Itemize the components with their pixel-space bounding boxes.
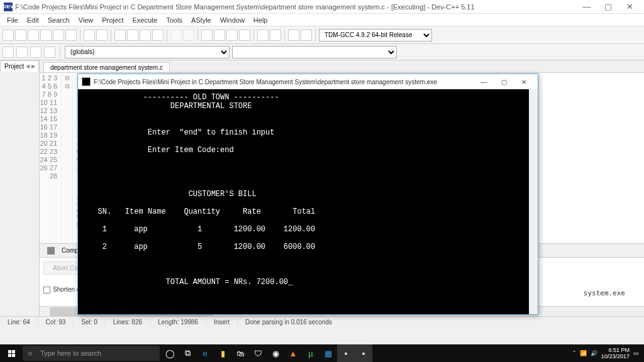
console-title-bar[interactable]: F:\Code Projects Files\Mini Project in C… xyxy=(78,74,538,89)
compiler-icon xyxy=(47,247,55,255)
menu-view[interactable]: View xyxy=(74,15,98,25)
status-col: Col: 93 xyxy=(38,319,74,326)
bookmark-icon[interactable] xyxy=(30,47,42,58)
file-tabs: department store management system.c xyxy=(40,60,644,73)
menu-astyle[interactable]: AStyle xyxy=(187,15,216,25)
fold-gutter[interactable]: ⊟ ⊟ xyxy=(62,73,73,243)
close-file-icon[interactable] xyxy=(53,30,64,41)
console-maximize-button[interactable]: ▢ xyxy=(494,75,514,88)
status-sel: Sel: 0 xyxy=(74,319,106,326)
forward-icon[interactable] xyxy=(183,30,194,41)
menu-file[interactable]: File xyxy=(3,15,23,25)
console-output[interactable]: ---------- OLD TOWN ---------- DEPARTMEN… xyxy=(78,89,538,314)
menu-project[interactable]: Project xyxy=(97,15,128,25)
checkbox-icon[interactable] xyxy=(43,287,50,293)
find-next-icon[interactable] xyxy=(140,30,151,41)
toolbar-secondary: (globals) xyxy=(0,44,644,60)
print-icon[interactable] xyxy=(65,30,77,41)
find-icon[interactable] xyxy=(114,30,126,41)
utorrent-icon[interactable]: µ xyxy=(302,344,319,362)
new-proj-icon[interactable] xyxy=(3,47,14,58)
windows-taskbar: Type here to search ◯ ⧉ e ▮ 🛍 🛡 ◉ ▲ µ ▦ … xyxy=(0,344,644,362)
console-title-text: F:\Code Projects Files\Mini Project in C… xyxy=(94,79,437,85)
wifi-icon[interactable]: 📶 xyxy=(580,350,587,356)
insert-icon[interactable] xyxy=(16,47,28,58)
volume-icon[interactable]: 🔊 xyxy=(591,350,597,356)
separator xyxy=(315,29,316,41)
stop-icon[interactable] xyxy=(270,30,281,41)
separator xyxy=(111,29,111,41)
compile-output-line: system.exe xyxy=(584,289,625,297)
menu-bar: File Edit Search View Project Execute To… xyxy=(0,14,644,26)
console-close-button[interactable]: ✕ xyxy=(514,75,534,88)
project-sidebar: Project ◀ ▶ xyxy=(0,60,40,316)
edge-icon[interactable]: e xyxy=(196,344,214,362)
run-icon[interactable] xyxy=(214,30,225,41)
file-tab-active[interactable]: department store management system.c xyxy=(43,62,170,72)
taskbar-search[interactable]: Type here to search xyxy=(23,346,160,361)
members-dropdown[interactable] xyxy=(232,46,397,58)
menu-execute[interactable]: Execute xyxy=(128,15,162,25)
photos-icon[interactable]: ▦ xyxy=(319,344,337,362)
menu-help[interactable]: Help xyxy=(249,15,272,25)
compile-icon[interactable] xyxy=(201,30,213,41)
menu-tools[interactable]: Tools xyxy=(162,15,187,25)
console-scrollbar[interactable] xyxy=(529,89,538,314)
cmd-task-icon[interactable]: ▪ xyxy=(355,344,372,362)
chevron-up-icon[interactable]: ˄ xyxy=(573,350,576,356)
status-length: Length: 19986 xyxy=(150,319,206,326)
windows-icon xyxy=(8,350,15,357)
status-line: Line: 64 xyxy=(0,319,38,326)
save-icon[interactable] xyxy=(28,30,39,41)
separator xyxy=(167,29,167,41)
chevron-left-icon[interactable]: ◀ xyxy=(26,63,30,69)
menu-edit[interactable]: Edit xyxy=(23,15,43,25)
goto-icon[interactable] xyxy=(152,30,164,41)
goto-bookmark-icon[interactable] xyxy=(44,47,55,58)
chevron-right-icon[interactable]: ▶ xyxy=(31,63,35,69)
redo-icon[interactable] xyxy=(96,30,108,41)
profile-results-icon[interactable] xyxy=(301,30,312,41)
save-all-icon[interactable] xyxy=(40,30,52,41)
maximize-button[interactable]: ▢ xyxy=(597,1,619,13)
compile-run-icon[interactable] xyxy=(226,30,238,41)
cmd-icon xyxy=(82,77,91,86)
shield-icon[interactable]: 🛡 xyxy=(249,344,267,362)
status-parse: Done parsing in 0.016 seconds xyxy=(238,319,340,326)
debug-icon[interactable] xyxy=(257,30,269,41)
separator xyxy=(253,29,254,41)
task-view-icon[interactable]: ⧉ xyxy=(179,344,196,362)
taskbar-clock[interactable]: 6:51 PM 10/23/2017 xyxy=(601,347,630,359)
status-lines: Lines: 826 xyxy=(106,319,150,326)
store-icon[interactable]: 🛍 xyxy=(231,344,249,362)
devcpp-task-icon[interactable]: ▪ xyxy=(337,344,355,362)
console-minimize-button[interactable]: — xyxy=(474,75,494,88)
cortana-icon[interactable]: ◯ xyxy=(161,344,179,362)
minimize-button[interactable]: — xyxy=(576,1,597,13)
open-icon[interactable] xyxy=(15,30,26,41)
chrome-icon[interactable]: ◉ xyxy=(267,344,284,362)
globals-dropdown[interactable]: (globals) xyxy=(65,46,230,58)
back-icon[interactable] xyxy=(170,30,182,41)
rebuild-icon[interactable] xyxy=(239,30,250,41)
replace-icon[interactable] xyxy=(127,30,138,41)
undo-icon[interactable] xyxy=(84,30,95,41)
notification-icon[interactable]: ▭ xyxy=(633,350,639,356)
profile-icon[interactable] xyxy=(288,30,299,41)
vlc-icon[interactable]: ▲ xyxy=(284,344,302,362)
console-window: F:\Code Projects Files\Mini Project in C… xyxy=(77,74,538,315)
menu-search[interactable]: Search xyxy=(43,15,74,25)
system-tray[interactable]: ˄ 📶 🔊 6:51 PM 10/23/2017 ▭ xyxy=(573,347,644,359)
close-button[interactable]: ✕ xyxy=(619,1,640,13)
compiler-select[interactable]: TDM-GCC 4.9.2 64-bit Release xyxy=(319,29,432,41)
menu-window[interactable]: Window xyxy=(216,15,249,25)
status-mode: Insert xyxy=(206,319,238,326)
toolbar-main: TDM-GCC 4.9.2 64-bit Release xyxy=(0,26,644,44)
separator xyxy=(80,29,80,41)
devcpp-icon: DEV xyxy=(4,3,13,11)
separator xyxy=(284,29,285,41)
start-button[interactable] xyxy=(0,344,23,362)
project-tab[interactable]: Project ◀ ▶ xyxy=(0,60,39,72)
explorer-icon[interactable]: ▮ xyxy=(214,344,231,362)
new-file-icon[interactable] xyxy=(3,30,14,41)
